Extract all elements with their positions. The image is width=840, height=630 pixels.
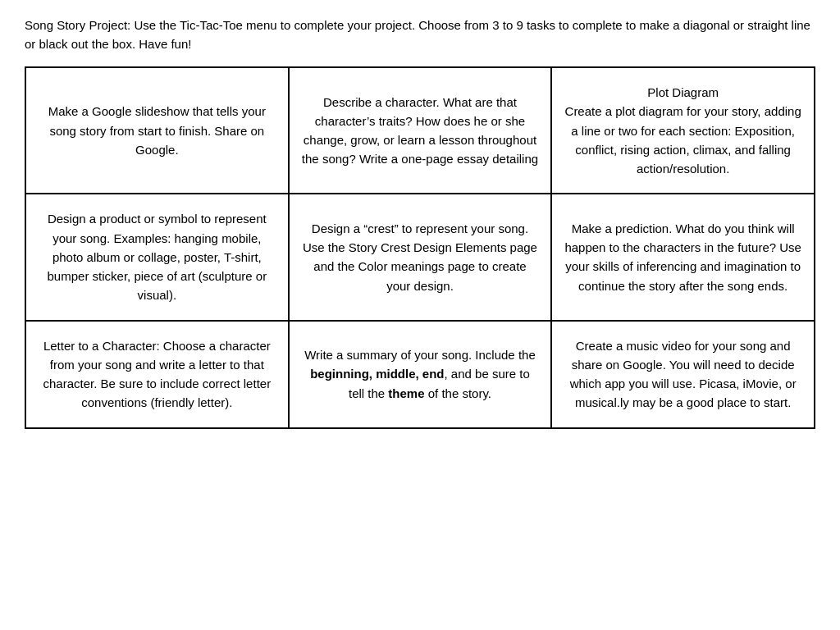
cell-r1c3-title: Plot Diagram bbox=[647, 85, 719, 99]
grid-row-1: Make a Google slideshow that tells your … bbox=[25, 67, 815, 194]
cell-r2c2-text: Design a “crest” to represent your song.… bbox=[303, 221, 537, 293]
cell-r1c3: Plot Diagram Create a plot diagram for y… bbox=[551, 67, 815, 194]
cell-r3c2-text: Write a summary of your song. Include th… bbox=[304, 348, 536, 400]
page-header: Song Story Project: Use the Tic-Tac-Toe … bbox=[25, 16, 815, 53]
cell-r1c2-text: Describe a character. What are that char… bbox=[302, 95, 538, 167]
grid-row-2: Design a product or symbol to represent … bbox=[25, 194, 815, 320]
cell-r1c1: Make a Google slideshow that tells your … bbox=[25, 67, 289, 194]
cell-r2c1: Design a product or symbol to represent … bbox=[25, 194, 289, 320]
cell-r2c2: Design a “crest” to represent your song.… bbox=[289, 194, 552, 320]
cell-r3c3-text: Create a music video for your song and s… bbox=[570, 339, 797, 410]
cell-r3c1: Letter to a Character: Choose a characte… bbox=[25, 321, 289, 428]
cell-r1c1-text: Make a Google slideshow that tells your … bbox=[48, 104, 266, 157]
grid-row-3: Letter to a Character: Choose a characte… bbox=[25, 321, 815, 428]
cell-r2c3-text: Make a prediction. What do you think wil… bbox=[564, 221, 801, 293]
cell-r2c1-text: Design a product or symbol to represent … bbox=[48, 212, 267, 302]
cell-r3c2: Write a summary of your song. Include th… bbox=[289, 321, 552, 428]
cell-r1c2: Describe a character. What are that char… bbox=[289, 67, 552, 194]
header-text: Song Story Project: Use the Tic-Tac-Toe … bbox=[25, 18, 810, 51]
cell-r3c2-bold-2: theme bbox=[388, 386, 424, 400]
cell-r3c3: Create a music video for your song and s… bbox=[551, 321, 815, 428]
cell-r3c1-text: Letter to a Character: Choose a characte… bbox=[43, 339, 272, 410]
cell-r2c3: Make a prediction. What do you think wil… bbox=[551, 194, 815, 320]
tic-tac-toe-grid: Make a Google slideshow that tells your … bbox=[25, 66, 815, 429]
cell-r3c2-bold-1: beginning, middle, end bbox=[310, 367, 444, 381]
cell-r1c3-text: Create a plot diagram for your story, ad… bbox=[565, 104, 801, 176]
